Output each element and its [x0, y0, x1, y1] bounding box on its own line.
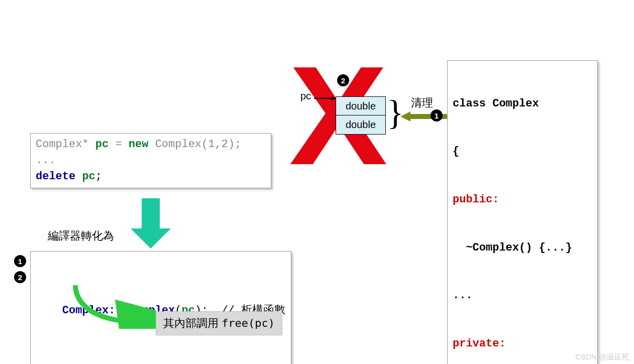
keyword-new: new — [129, 138, 149, 151]
text: ; — [95, 170, 102, 183]
class-definition-box: class Complex { public: ~Complex() {...}… — [447, 60, 598, 364]
text: { — [453, 144, 592, 160]
text: public: — [453, 192, 592, 208]
badge-two: 2 — [14, 271, 26, 283]
text: class Complex — [453, 96, 592, 112]
watermark: CSDN @温逗死 — [575, 352, 629, 362]
text: ... — [453, 288, 592, 304]
text: free(pc) — [222, 317, 275, 329]
badge-two-x: 2 — [337, 74, 349, 86]
badge-one: 1 — [14, 255, 26, 267]
keyword-delete: delete — [36, 170, 75, 183]
text: ~Complex() {...} — [453, 240, 592, 256]
translate-label: 編譯器轉化為 — [48, 228, 114, 244]
memory-cell: double — [336, 96, 386, 115]
memory-cells: double double — [336, 96, 386, 135]
cleanup-label: 清理 — [411, 95, 433, 110]
svg-marker-4 — [400, 111, 410, 122]
svg-marker-2 — [332, 96, 336, 100]
badge-one-arrow: 1 — [431, 109, 443, 122]
text: ... — [36, 153, 266, 169]
text: Complex(1,2); — [148, 138, 241, 151]
curved-arrow-icon — [65, 281, 156, 329]
pointer-arrow-icon — [314, 95, 337, 101]
text: Complex* — [36, 138, 95, 151]
code-snippet-delete: Complex* pc = new Complex(1,2); ... dele… — [30, 133, 271, 188]
pc-label: pc — [300, 90, 311, 102]
text: = — [109, 138, 129, 151]
text: pc — [75, 170, 95, 183]
free-call-box: 其內部調用 free(pc) — [156, 311, 282, 335]
text: private: — [453, 336, 592, 352]
memory-cell: double — [336, 115, 386, 135]
text: pc — [95, 138, 109, 151]
text: 其內部調用 — [163, 317, 222, 329]
